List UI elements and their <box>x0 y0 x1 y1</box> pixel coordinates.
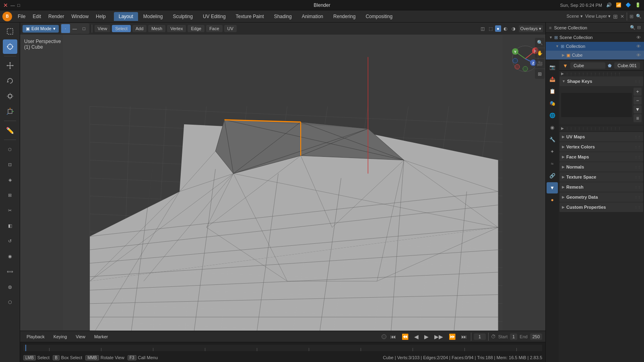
collection-eye[interactable]: 👁 <box>636 44 641 49</box>
shading-render[interactable]: ◑ <box>510 25 517 32</box>
prop-tab-data[interactable]: ▼ <box>547 182 558 193</box>
vp-camera-icon[interactable]: 🎥 <box>535 59 545 68</box>
prop-tab-render[interactable]: 📷 <box>547 62 558 73</box>
toolbar-transform[interactable] <box>3 104 17 119</box>
prop-tab-object[interactable]: ◉ <box>547 122 558 133</box>
shape-keys-remove[interactable]: − <box>634 97 642 105</box>
face-select-mode[interactable]: □ <box>80 24 89 33</box>
geometry-data-header[interactable]: ▶ Geometry Data ⋮⋮ <box>559 192 643 202</box>
vp-vertex[interactable]: Vertex <box>167 25 186 32</box>
shape-keys-down[interactable]: ▼ <box>634 105 642 113</box>
vp-mesh[interactable]: Mesh <box>148 25 165 32</box>
minimize-button[interactable]: — <box>10 3 15 8</box>
tl-prev-key[interactable]: ⏪ <box>400 333 410 341</box>
tl-record[interactable] <box>382 334 386 339</box>
close-button[interactable]: ✕ <box>3 2 8 8</box>
shading-material[interactable]: ◐ <box>502 25 509 32</box>
tl-end[interactable]: ⏭ <box>460 333 469 341</box>
uv-maps-header[interactable]: ▶ UV Maps ⋮⋮ <box>559 132 643 142</box>
toolbar-shear[interactable]: ⬡ <box>3 295 17 309</box>
prop-tab-material[interactable]: ● <box>547 194 558 206</box>
tab-compositing[interactable]: Compositing <box>361 12 397 21</box>
tab-sculpting[interactable]: Sculpting <box>168 12 198 21</box>
toolbar-bevel[interactable]: ◈ <box>3 173 17 187</box>
face-maps-header[interactable]: ▶ Face Maps ⋮⋮ <box>559 152 643 162</box>
toolbar-knife[interactable]: ✂ <box>3 203 17 218</box>
outliner-collection[interactable]: ▼ ⊞ Collection 👁 <box>546 42 644 51</box>
vp-edge[interactable]: Edge <box>188 25 204 32</box>
menu-edit[interactable]: Edit <box>29 12 44 21</box>
menu-window[interactable]: Window <box>68 12 92 21</box>
outliner-scene-collection[interactable]: ▼ ⊞ Scene Collection 👁 <box>546 33 644 42</box>
scrubber-track[interactable]: 20406080100120140160180200220240 <box>23 345 542 351</box>
viewport[interactable]: ▣ Edit Mode ▾ · — □ View Select Add Mesh… <box>20 23 545 362</box>
prop-scroll-handle-2[interactable]: ▶ ⋮⋮⋮⋮⋮⋮⋮⋮⋮⋮⋮⋮⋮⋮ <box>559 125 643 131</box>
shape-keys-add[interactable]: + <box>634 88 642 96</box>
outliner-search[interactable]: 🔍 <box>630 25 636 30</box>
prop-tab-particles[interactable]: ✦ <box>547 146 558 157</box>
tab-uv-editing[interactable]: UV Editing <box>198 12 231 21</box>
maximize-button[interactable]: □ <box>17 3 20 8</box>
tl-start[interactable]: ⏮ <box>389 333 398 341</box>
menu-render[interactable]: Render <box>45 12 67 21</box>
shape-keys-more[interactable]: ≡ <box>634 114 642 122</box>
vp-add[interactable]: Add <box>132 25 147 32</box>
tab-modeling[interactable]: Modeling <box>138 12 168 21</box>
xray-icon[interactable]: ◫ <box>479 25 486 32</box>
prop-tab-view-layer[interactable]: 📋 <box>547 86 558 97</box>
outliner-cube[interactable]: ▶ ▣ Cube 👁 <box>546 51 644 60</box>
vertex-colors-header[interactable]: ▶ Vertex Colors ⋮⋮ <box>559 142 643 152</box>
tl-prev-frame[interactable]: ◀ <box>413 333 420 341</box>
overlays-dropdown[interactable]: Overlays ▾ <box>519 25 543 32</box>
tab-shading[interactable]: Shading <box>269 12 297 21</box>
shape-keys-header[interactable]: ▼ Shape Keys ⋮⋮ <box>559 76 643 86</box>
toolbar-poly-build[interactable]: ◧ <box>3 218 17 233</box>
scene-dropdown[interactable]: Scene ▾ <box>566 14 582 19</box>
toolbar-spin[interactable]: ↺ <box>3 234 17 248</box>
toolbar-loop-cut[interactable]: ⊞ <box>3 188 17 202</box>
menu-file[interactable]: File <box>14 12 29 21</box>
cube-eye[interactable]: 👁 <box>636 53 641 58</box>
vp-zoom-icon[interactable]: 🔍 <box>535 38 545 47</box>
menu-help[interactable]: Help <box>93 12 109 21</box>
tl-current-frame[interactable]: 1 <box>474 333 486 340</box>
prop-scroll-handle-1[interactable]: ▶ ⋮⋮⋮⋮⋮⋮⋮⋮⋮⋮⋮⋮⋮⋮ <box>559 71 643 76</box>
scene-close-icon[interactable]: ✕ <box>620 14 624 19</box>
toolbar-edge-slide[interactable]: ⟺ <box>3 264 17 279</box>
view-layer-dropdown[interactable]: View Layer ▾ <box>585 14 611 19</box>
tl-start-frame[interactable]: 1 <box>510 333 517 340</box>
vp-select[interactable]: Select <box>112 25 131 32</box>
search-icon[interactable]: 🔍 <box>636 14 642 19</box>
vp-view[interactable]: View <box>95 25 111 32</box>
toolbar-cursor[interactable] <box>3 39 17 54</box>
remesh-header[interactable]: ▶ Remesh ⋮⋮ <box>559 182 643 192</box>
prop-tab-scene[interactable]: 🎭 <box>547 98 558 109</box>
prop-tab-world[interactable]: 🌐 <box>547 110 558 121</box>
prop-tab-physics[interactable]: ≈ <box>547 158 558 169</box>
tl-next-frame[interactable]: ▶▶ <box>433 333 445 341</box>
toolbar-smooth-vertex[interactable]: ◉ <box>3 249 17 263</box>
edge-select-mode[interactable]: — <box>70 24 79 33</box>
toolbar-annotate[interactable]: ✏️ <box>3 123 17 138</box>
texture-space-header[interactable]: ▶ Texture Space ⋮⋮ <box>559 172 643 182</box>
vp-grid-icon[interactable]: ⊞ <box>535 69 545 79</box>
vp-uv[interactable]: UV <box>224 25 237 32</box>
toolbar-scale[interactable] <box>3 89 17 103</box>
tab-rendering[interactable]: Rendering <box>328 12 360 21</box>
normals-header[interactable]: ▶ Normals ⋮⋮ <box>559 162 643 172</box>
toolbar-shrink-fatten[interactable]: ◍ <box>3 280 17 294</box>
tab-layout[interactable]: Layout <box>114 12 138 21</box>
toolbar-mode-select[interactable] <box>3 24 17 39</box>
tl-play[interactable]: ▶ <box>423 333 430 341</box>
tl-end-frame[interactable]: 250 <box>530 333 542 340</box>
tab-animation[interactable]: Animation <box>297 12 328 21</box>
toolbar-extrude[interactable]: ⬡ <box>3 142 17 156</box>
prop-tab-constraints[interactable]: 🔗 <box>547 170 558 181</box>
toolbar-move[interactable] <box>3 58 17 73</box>
prop-tab-modifiers[interactable]: 🔧 <box>547 134 558 145</box>
mode-selector[interactable]: ▣ Edit Mode ▾ <box>23 25 59 33</box>
toolbar-rotate[interactable] <box>3 74 17 88</box>
scene-collection-eye[interactable]: 👁 <box>636 35 641 40</box>
viewport-3d-canvas[interactable] <box>20 35 545 339</box>
shading-solid[interactable]: ● <box>495 25 501 32</box>
